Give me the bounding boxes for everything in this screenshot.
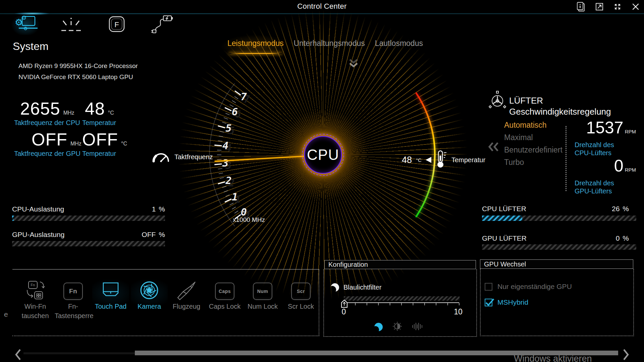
airplane-mode-button[interactable]: Flugzeug <box>168 280 205 312</box>
gauge-cpu-label: CPU <box>307 146 339 163</box>
info-icon[interactable] <box>576 2 586 12</box>
camera-toggle-button[interactable]: Kamera <box>131 280 168 312</box>
fan-option-automatisch[interactable]: Automatisch <box>504 120 562 130</box>
svg-text:Fn: Fn <box>31 283 35 287</box>
button-label-line1: Flugzeug <box>168 303 205 310</box>
button-label-line1: Touch Pad <box>92 303 129 310</box>
speedometer-icon <box>151 149 170 165</box>
contrast-icon[interactable] <box>393 322 402 332</box>
fan-option-turbo[interactable]: Turbo <box>504 157 562 167</box>
window-controls <box>576 2 640 12</box>
camera-aperture-icon <box>131 280 168 301</box>
fan-title-line2: Geschwindigkeitsregelung <box>509 106 611 117</box>
button-label-line1: Num Lock <box>244 303 281 310</box>
unit: % <box>159 231 165 239</box>
nav-tab-bar: ⚙ ⚙ ⚙ F <box>10 15 178 35</box>
page-title: System <box>13 40 49 53</box>
temperature-value: 48 <box>402 155 412 165</box>
cpu-fan-fill <box>482 216 522 221</box>
temperature-unit: °C <box>416 157 422 163</box>
gpu-usage-bar <box>12 241 165 246</box>
sound-waves-icon[interactable] <box>412 322 423 332</box>
slider-min-label: 0 <box>339 307 348 316</box>
checkbox-unchecked-icon[interactable] <box>485 283 492 291</box>
value: 0 <box>616 234 620 242</box>
tab-system-settings[interactable]: ⚙ ⚙ ⚙ <box>10 15 41 35</box>
caps-key-icon: Caps <box>206 280 243 301</box>
tab-fn-keys[interactable]: F <box>101 15 132 35</box>
stat-cpu-temperature: 48 °C Temperatur <box>82 100 116 127</box>
stat-unit: °C <box>121 141 127 147</box>
touchpad-toggle-button[interactable]: Touch Pad <box>92 280 129 312</box>
gpu-fan-bar-value: 0 % <box>582 234 629 242</box>
button-label-line2: Tastensperre <box>55 312 92 320</box>
thermometer-icon <box>435 150 447 170</box>
gpu-fan-bar-label: GPU LÜFTER <box>482 234 527 242</box>
moon-icon <box>331 283 339 292</box>
checkbox-checked-icon[interactable] <box>485 299 492 306</box>
konfiguration-panel-header: Konfiguration <box>324 260 476 269</box>
cpu-rpm-unit: RPM <box>625 129 636 134</box>
chevron-double-left-icon[interactable] <box>488 142 500 153</box>
button-label-line1: Kamera <box>131 303 168 310</box>
stat-unit: °C <box>108 110 114 116</box>
stat-label: Temperatur <box>82 119 116 127</box>
scroll-lock-button[interactable]: Scr Scr Lock <box>282 280 319 312</box>
restore-window-icon[interactable] <box>595 2 604 11</box>
night-mode-icon[interactable] <box>374 323 383 331</box>
cpu-fan-bar-value: 26 % <box>582 205 629 213</box>
stat-label: Taktfrequenz der CPU <box>14 119 80 127</box>
tab-keyboard-backlight[interactable] <box>56 15 87 35</box>
stat-label: Taktfrequenz der GPU <box>14 150 82 158</box>
fan-option-maximal[interactable]: Maximal <box>504 132 562 142</box>
temperature-marker-icon <box>426 157 431 163</box>
button-label-line1: Scr Lock <box>282 303 319 310</box>
caps-key-text: Caps <box>219 289 231 294</box>
cpu-fan-bar-label: CPU LÜFTER <box>482 205 526 213</box>
clipped-toolbar-label: e <box>4 310 8 318</box>
stat-gpu-frequency: OFF MHz Taktfrequenz der GPU <box>14 131 82 158</box>
unit: % <box>623 205 629 213</box>
gpu-switch-title: GPU Wechsel <box>484 260 526 268</box>
gpu-rpm-value: 0 <box>614 158 624 174</box>
konfiguration-title: Konfiguration <box>328 261 368 268</box>
blue-light-filter-label: Blaulichtfilter <box>343 284 381 291</box>
scroll-right-icon[interactable] <box>623 349 629 362</box>
touchpad-icon <box>92 280 129 301</box>
frequency-label: Taktfrequenz <box>174 153 213 161</box>
fan-panel-title: LÜFTER Geschwindigkeitsregelung <box>509 95 611 117</box>
button-label-line1: Win-Fn <box>17 303 54 310</box>
mshybrid-label: MSHybrid <box>497 298 528 306</box>
konfiguration-filter-icons <box>374 322 423 332</box>
cpu-usage-fill <box>12 216 14 221</box>
button-label-line1: Caps Lock <box>206 303 243 310</box>
slider-max-label: 10 <box>452 307 465 316</box>
stat-cpu-frequency: 2655 MHz Taktfrequenz der CPU <box>14 100 80 127</box>
stat-value: OFF <box>32 131 67 148</box>
scr-key-icon: Scr <box>282 280 319 301</box>
svg-text:⚙: ⚙ <box>23 26 28 31</box>
discrete-gpu-label: Nur eigenständige GPU <box>497 283 572 291</box>
num-lock-button[interactable]: Num Num Lock <box>244 280 281 312</box>
fan-option-benutzerdefiniert[interactable]: Benutzerdefiniert <box>504 145 562 155</box>
close-icon[interactable] <box>631 2 640 11</box>
cpu-name: AMD Ryzen 9 9955HX 16-Core Processor <box>18 62 138 70</box>
scroll-left-icon[interactable] <box>15 349 21 362</box>
stat-gpu-temperature: OFF °C Temperatur <box>82 131 127 158</box>
accent-divider-glow <box>9 12 56 15</box>
cpu-fan-bar <box>482 216 636 221</box>
gauge-cpu-hub: CPU <box>304 136 342 174</box>
charger-battery-icon <box>151 14 173 35</box>
discrete-gpu-option[interactable]: Nur eigenständige GPU <box>485 283 572 291</box>
caps-lock-button[interactable]: Caps Caps Lock <box>206 280 243 312</box>
gpu-usage-label: GPU-Auslastung <box>12 231 64 239</box>
gpu-rpm-label: Drehzahl des GPU-Lüfters <box>575 179 632 195</box>
tab-power-charger[interactable] <box>147 15 178 35</box>
f-key-label: F <box>114 20 119 29</box>
mshybrid-option[interactable]: MSHybrid <box>485 298 528 306</box>
f-key-icon: F <box>109 16 125 34</box>
win-fn-swap-button[interactable]: Fn Win-Fn tauschen <box>17 280 54 320</box>
fn-lock-button[interactable]: Fn Fn- Tastensperre <box>55 280 92 320</box>
cpu-rpm-value: 1537 <box>586 119 623 136</box>
maximize-icon[interactable] <box>613 2 622 11</box>
